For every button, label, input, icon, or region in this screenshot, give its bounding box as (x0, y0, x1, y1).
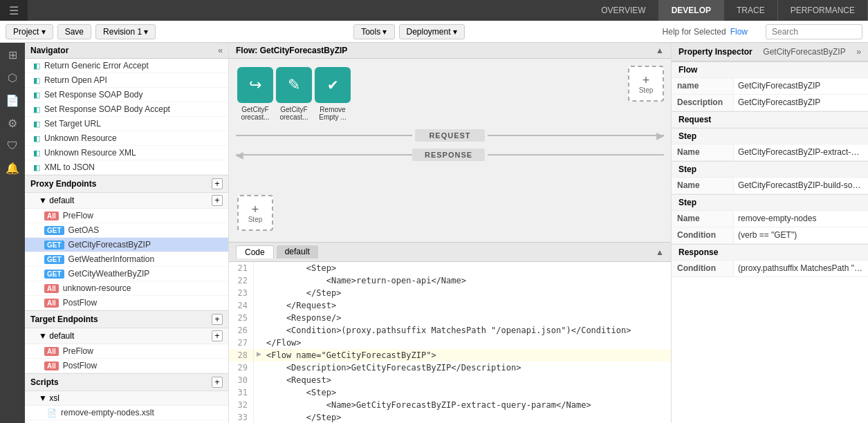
nav-item-unknown-resource[interactable]: ◧Unknown Resource (25, 131, 228, 146)
code-line-33: 33 </Step> (229, 411, 671, 423)
prop-row-name: NameGetCityForecastByZIP-build-soap... (672, 178, 868, 194)
proxy-default-label: ▼ default (39, 196, 74, 205)
code-line-24: 24 </Request> (229, 299, 671, 312)
proxy-flow-getcityweatherbyzip[interactable]: GETGetCityWeatherByZIP (25, 267, 228, 281)
add-target-default-button[interactable]: + (212, 330, 223, 341)
package-icon[interactable]: ⬡ (8, 71, 17, 84)
flow-node-3[interactable]: ✔ RemoveEmpty ... (315, 67, 351, 121)
add-step-button[interactable]: + Step (628, 66, 664, 102)
target-endpoints-section[interactable]: Target Endpoints + (25, 310, 228, 328)
code-line-22: 22 <Name>return-open-api</Name> (229, 274, 671, 287)
flow-link[interactable]: Flow (730, 27, 748, 37)
code-line-23: 23 </Step> (229, 287, 671, 299)
nav-item-unknown-resource-xml[interactable]: ◧Unknown Resource XML (25, 146, 228, 160)
nav-item-return-open-api[interactable]: ◧Return Open API (25, 73, 228, 88)
add-step-bottom-button[interactable]: + Step (237, 195, 273, 231)
code-line-29: 29 <Description>GetCityForecastByZIP</De… (229, 361, 671, 374)
proxy-flow-preflow[interactable]: AllPreFlow (25, 209, 228, 223)
code-line-26: 26 <Condition>(proxy.pathsuffix MatchesP… (229, 324, 671, 337)
help-text: Help for Selected (663, 27, 726, 37)
nav-tab-performance[interactable]: PERFORMANCE (778, 0, 868, 21)
nav-tab-trace[interactable]: TRACE (724, 0, 778, 21)
prop-row-name: nameGetCityForecastByZIP (672, 78, 868, 95)
tools-button[interactable]: Tools ▾ (353, 24, 394, 39)
scripts-label: Scripts (30, 377, 59, 387)
nav-tab-develop[interactable]: DEVELOP (659, 0, 724, 21)
xsl-section[interactable]: ▼ xsl (25, 391, 228, 406)
add-script-button[interactable]: + (212, 377, 223, 388)
menu-icon[interactable]: ⊞ (8, 48, 17, 62)
file-icon[interactable]: 📄 (6, 94, 19, 107)
prop-section-step: Step (672, 161, 868, 178)
property-inspector-context: GetCityForecastByZIP (763, 47, 845, 57)
deployment-button[interactable]: Deployment ▾ (399, 24, 465, 39)
flow-node-3-label: RemoveEmpty ... (319, 106, 346, 121)
code-tabs: Code default (236, 245, 318, 258)
flow-node-2-label: GetCityForecast... (279, 106, 308, 121)
xsl-item-remove-namespaces.xslt[interactable]: 📄remove-namespaces.xslt (25, 420, 228, 423)
prop-row-name: NameGetCityForecastByZIP-extract-qu... (672, 144, 868, 161)
save-button[interactable]: Save (57, 24, 91, 39)
search-input[interactable] (766, 24, 862, 39)
code-line-31: 31 <Step> (229, 386, 671, 399)
nav-item-set-response-soap-body[interactable]: ◧Set Response SOAP Body (25, 88, 228, 102)
prop-section-request: Request (672, 111, 868, 128)
nav-item-set-response-soap-body-accept[interactable]: ◧Set Response SOAP Body Accept (25, 102, 228, 117)
target-endpoints-label: Target Endpoints (30, 314, 98, 324)
collapse-navigator-btn[interactable]: « (218, 46, 223, 55)
proxy-endpoints-section[interactable]: Proxy Endpoints + (25, 175, 228, 193)
code-line-21: 21 <Step> (229, 262, 671, 274)
nav-item-return-generic-error-accept[interactable]: ◧Return Generic Error Accept (25, 59, 228, 73)
prop-section-step: Step (672, 194, 868, 211)
code-line-32: 32 <Name>GetCityForecastByZIP-extract-qu… (229, 399, 671, 411)
flow-node-1-label: GetCityForecast... (241, 106, 269, 121)
prop-section-step: Step (672, 128, 868, 144)
revision-button[interactable]: Revision 1 ▾ (95, 24, 156, 39)
response-row: ◀ RESPONSE (236, 149, 664, 161)
proxy-flow-getweatherinformation[interactable]: GETGetWeatherInformation (25, 252, 228, 267)
prop-row-condition: Condition(verb == "GET") (672, 227, 868, 244)
gear-icon[interactable]: ⚙ (8, 117, 17, 130)
xsl-label: ▼ xsl (39, 393, 59, 403)
proxy-flow-unknown-resource[interactable]: Allunknown-resource (25, 281, 228, 296)
response-label: RESPONSE (412, 149, 485, 161)
nav-item-set-target-url[interactable]: ◧Set Target URL (25, 117, 228, 131)
prop-row-condition: Condition(proxy.pathsuffix MatchesPath "… (672, 261, 868, 277)
add-target-endpoint-button[interactable]: + (212, 314, 223, 325)
proxy-flow-getoas[interactable]: GETGetOAS (25, 223, 228, 238)
add-proxy-default-button[interactable]: + (212, 195, 223, 206)
shield-icon[interactable]: 🛡 (7, 140, 18, 152)
code-body: 21 <Step>22 <Name>return-open-api</Name>… (229, 262, 671, 423)
proxy-flow-postflow[interactable]: AllPostFlow (25, 296, 228, 310)
property-inspector-header: Property Inspector (678, 47, 752, 57)
collapse-props-btn[interactable]: » (856, 47, 861, 57)
flow-node-2[interactable]: ✎ GetCityForecast... (276, 67, 312, 121)
prop-row-name: Nameremove-empty-nodes (672, 211, 868, 227)
code-line-28: 28▶<Flow name="GetCityForecastByZIP"> (229, 349, 671, 361)
nav-item-xml-to-json[interactable]: ◧XML to JSON (25, 160, 228, 175)
code-tab-code[interactable]: Code (236, 245, 274, 258)
target-flow-preflow[interactable]: AllPreFlow (25, 344, 228, 359)
proxy-endpoints-label: Proxy Endpoints (30, 179, 96, 189)
target-flow-postflow[interactable]: AllPostFlow (25, 359, 228, 373)
code-line-25: 25 <Response/> (229, 312, 671, 324)
target-default-label: ▼ default (39, 331, 74, 341)
flow-title: Flow: GetCityForecastByZIP (236, 46, 347, 55)
target-default-section[interactable]: ▼ default + (25, 328, 228, 344)
add-proxy-endpoint-button[interactable]: + (212, 178, 223, 189)
project-button[interactable]: Project ▾ (6, 24, 53, 39)
prop-section-flow: Flow (672, 62, 868, 78)
code-tab-default[interactable]: default (277, 245, 318, 258)
collapse-flow-btn[interactable]: ▲ (656, 46, 664, 55)
xsl-item-remove-empty-nodes.xslt[interactable]: 📄remove-empty-nodes.xslt (25, 406, 228, 420)
code-line-27: 27</Flow> (229, 337, 671, 349)
collapse-code-btn[interactable]: ▲ (656, 247, 664, 257)
flow-node-1[interactable]: ↪ GetCityForecast... (237, 67, 273, 121)
bell-icon[interactable]: 🔔 (6, 162, 19, 175)
proxy-flow-getcityforecastbyzip[interactable]: GETGetCityForecastByZIP (25, 238, 228, 252)
prop-section-response: Response (672, 244, 868, 261)
scripts-section[interactable]: Scripts + (25, 373, 228, 391)
nav-tab-overview[interactable]: OVERVIEW (589, 0, 658, 21)
proxy-default-section[interactable]: ▼ default + (25, 193, 228, 209)
app-logo: ☰ (0, 0, 28, 21)
